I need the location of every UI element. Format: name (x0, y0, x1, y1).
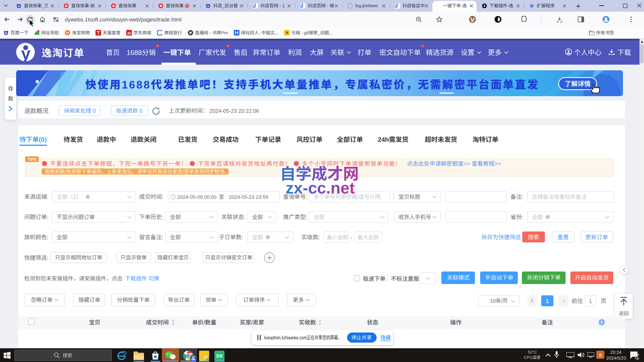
svg-text:JD: JD (127, 32, 131, 35)
svg-text:DX: DX (216, 354, 223, 358)
svg-text:S: S (599, 352, 602, 358)
svg-text:1: 1 (636, 355, 639, 359)
